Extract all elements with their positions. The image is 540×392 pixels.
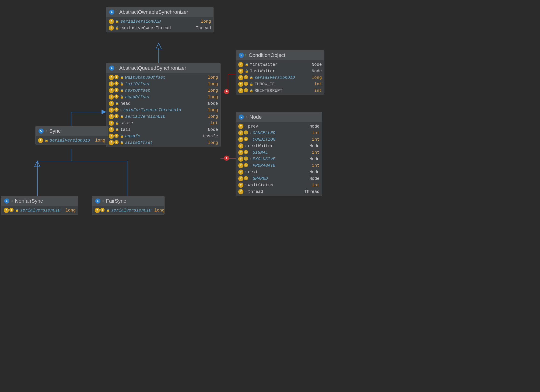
field-stateoffset: fi 🔒 stateOffset long bbox=[106, 139, 220, 146]
icon-fi-1: f bbox=[109, 75, 114, 80]
icon-c-fs: C bbox=[95, 198, 100, 204]
field-propagate: fi ○ PROPAGATE int bbox=[236, 162, 322, 169]
fn-throw-ie: THROW_IE bbox=[255, 82, 309, 87]
field-serialversionuid-co: fi 🔒 serialVersionUID long bbox=[236, 74, 324, 81]
fn-firstwaiter: firstWaiter bbox=[250, 62, 309, 67]
field-unsafe: fi 🔒 unsafe Unsafe bbox=[106, 133, 220, 139]
fn-waitstatus: waitStatus bbox=[248, 183, 306, 187]
field-type-thread: Thread bbox=[196, 26, 211, 30]
class-header-aqs: C ↑ AbstractQueuedSynchronizer bbox=[106, 63, 220, 73]
fn-svuid-co: serialVersionUID bbox=[255, 75, 309, 80]
icon-c-node: C bbox=[239, 114, 244, 120]
green-arrow-aqs: ↑ bbox=[115, 65, 117, 71]
class-title-node: Node bbox=[250, 114, 262, 120]
field-head: f 🔒 head Node bbox=[106, 100, 220, 107]
field-tailoffset: fi 🔒 tailOffset long bbox=[106, 81, 220, 87]
field-condition: fi ○ CONDITION int bbox=[236, 136, 322, 143]
field-thread: f ○ thread Thread bbox=[236, 188, 322, 195]
fn-tail: tail bbox=[120, 127, 205, 132]
field-firstwaiter: f 🔒 firstWaiter Node bbox=[236, 61, 324, 68]
icon-f-1: f bbox=[109, 19, 114, 24]
fn-head: head bbox=[120, 101, 205, 106]
class-header-fairsync: C ○ FairSync bbox=[92, 196, 164, 206]
fn-nextoffset: nextOffset bbox=[125, 88, 205, 93]
field-serialversionuid-aos: f 🔒 serialVersionUID long bbox=[106, 18, 213, 25]
class-header-nonfairsync: C ○ NonfairSync bbox=[1, 196, 78, 206]
field-serialversionuid-nfs: fi 🔒 serialVersionUID long bbox=[1, 207, 78, 214]
field-cancelled: fi ○ CANCELLED int bbox=[236, 130, 322, 136]
class-icon-sync: C bbox=[39, 128, 44, 134]
lock-wso: 🔒 bbox=[120, 76, 124, 79]
field-signal: fi ○ SIGNAL int bbox=[236, 149, 322, 156]
field-nextwaiter: f ○ nextWaiter Node bbox=[236, 143, 322, 149]
class-body-aqs: fi 🔒 waitStatusOffset long fi 🔒 tailOffs… bbox=[106, 73, 220, 147]
fn-propagate: PROPAGATE bbox=[253, 163, 306, 168]
fn-signal: SIGNAL bbox=[253, 150, 306, 155]
class-sync: C ○ Sync f 🔒 serialVersionUID long bbox=[35, 126, 108, 145]
class-abstractqueuedsynchronizer: C ↑ AbstractQueuedSynchronizer fi 🔒 wait… bbox=[106, 63, 220, 147]
fn-state: state bbox=[120, 121, 205, 125]
field-throw-ie: fi 🔒 THROW_IE int bbox=[236, 81, 324, 88]
fn-svuid-aqs: serialVersionUID bbox=[125, 114, 205, 119]
class-body-aos: f 🔒 serialVersionUID long f 🔒 exclusiveO… bbox=[106, 17, 213, 32]
field-serialversionuid-fs: fi 🔒 serialVersionUID long bbox=[92, 207, 164, 214]
field-next: f ○ next Node bbox=[236, 169, 322, 175]
class-nonfairsync: C ○ NonfairSync fi 🔒 serialVersionUID lo… bbox=[1, 196, 78, 215]
field-exclusiveownerthread: f 🔒 exclusiveOwnerThread Thread bbox=[106, 25, 213, 31]
class-title-aqs: AbstractQueuedSynchronizer bbox=[119, 65, 186, 71]
class-title-nfs: NonfairSync bbox=[15, 198, 43, 204]
icon-c-aqs: C bbox=[109, 65, 114, 71]
class-icon-aqs: C ↑ bbox=[109, 65, 117, 71]
fn-waitstatusoffset: waitStatusOffset bbox=[125, 75, 205, 80]
composition-badge-condition: + bbox=[224, 89, 229, 94]
lock-icon: 🔒 bbox=[115, 20, 119, 23]
fn-svuid-fs: serialVersionUID bbox=[111, 208, 151, 213]
fn-exclusive: EXCLUSIVE bbox=[253, 157, 306, 161]
field-serialversionuid-sync: f 🔒 serialVersionUID long bbox=[36, 137, 108, 144]
class-title-aos: AbstractOwnableSynchronizer bbox=[119, 9, 188, 15]
field-nextoffset: fi 🔒 nextOffset long bbox=[106, 87, 220, 94]
green-arrow: ↑ bbox=[115, 10, 117, 15]
fn-tailoffset: tailOffset bbox=[125, 82, 205, 86]
field-shared: fi ○ SHARED Node bbox=[236, 175, 322, 182]
class-body-node: f ○ prev Node fi ○ CANCELLED int fi ○ CO… bbox=[236, 122, 322, 196]
green-arrow-co: ↑ bbox=[244, 53, 247, 58]
field-serialversionuid-aqs: fi 🔒 serialVersionUID long bbox=[106, 113, 220, 120]
field-prev: f ○ prev Node bbox=[236, 123, 322, 130]
field-waitstatusoffset: fi 🔒 waitStatusOffset long bbox=[106, 74, 220, 81]
fn-next: next bbox=[248, 170, 306, 174]
class-conditionobject: C ↑ ConditionObject f 🔒 firstWaiter Node… bbox=[236, 50, 324, 95]
class-fairsync: C ○ FairSync fi 🔒 serialVersionUID long bbox=[92, 196, 165, 215]
field-spinfortimeoutthreshold: fi ○ spinForTimeoutThreshold long bbox=[106, 107, 220, 113]
svg-marker-3 bbox=[35, 161, 40, 167]
field-state: f 🔒 state int bbox=[106, 120, 220, 126]
icon-c-nfs: C bbox=[4, 198, 9, 204]
field-waitstatus: f ○ waitStatus int bbox=[236, 182, 322, 188]
field-name-exclusiveownerthread: exclusiveOwnerThread bbox=[120, 26, 194, 30]
fn-svuid-nfs: serialVersionUID bbox=[20, 208, 63, 213]
field-name-serialversionuid: serialVersionUID bbox=[120, 19, 198, 24]
fn-unsafe: unsafe bbox=[125, 134, 201, 138]
diagram-canvas: + + C ↑ AbstractOwnableSynchronizer f 🔒 … bbox=[0, 0, 540, 392]
class-icon-co: C ↑ bbox=[239, 53, 247, 58]
fn-condition: CONDITION bbox=[253, 137, 306, 142]
class-body-co: f 🔒 firstWaiter Node f 🔒 lastWaiter Node… bbox=[236, 60, 324, 95]
class-header-co: C ↑ ConditionObject bbox=[236, 50, 324, 60]
field-reinterrupt: fi 🔒 REINTERRUPT int bbox=[236, 88, 324, 94]
class-icon-aos: C ↑ bbox=[109, 10, 117, 15]
field-headoffset: fi 🔒 headOffset long bbox=[106, 94, 220, 100]
class-header-aos: C ↑ AbstractOwnableSynchronizer bbox=[106, 7, 213, 17]
class-title-co: ConditionObject bbox=[249, 52, 285, 58]
icon-c: C bbox=[109, 10, 114, 15]
fn-reinterrupt: REINTERRUPT bbox=[255, 88, 309, 93]
svg-marker-1 bbox=[156, 43, 161, 49]
fn-headoffset: headOffset bbox=[125, 95, 205, 99]
class-header-sync: C ○ Sync bbox=[36, 126, 108, 136]
fn-nextwaiter: nextWaiter bbox=[248, 144, 306, 148]
field-tail: f 🔒 tail Node bbox=[106, 126, 220, 133]
field-exclusive: fi ○ EXCLUSIVE Node bbox=[236, 156, 322, 162]
composition-badge-node: + bbox=[224, 156, 229, 161]
icon-fi-1b: i bbox=[114, 75, 119, 79]
icon-f-2: f bbox=[109, 25, 114, 30]
fn-shared: SHARED bbox=[253, 176, 306, 181]
